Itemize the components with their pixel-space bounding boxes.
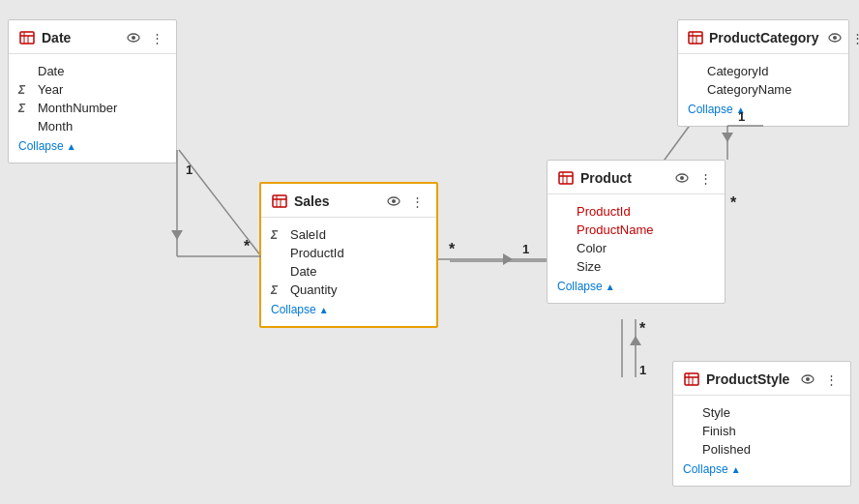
- date-more-icon[interactable]: ⋮: [147, 28, 166, 47]
- svg-marker-40: [503, 253, 513, 265]
- field-productname: ProductName: [557, 221, 715, 239]
- svg-point-9: [132, 36, 135, 40]
- sigma-icon: Σ: [18, 102, 32, 115]
- date-table-icon: [18, 29, 36, 46]
- category-collapse[interactable]: Collapse ▲: [688, 99, 839, 118]
- svg-text:*: *: [639, 320, 646, 337]
- sales-card-header: Sales ⋮: [261, 184, 436, 218]
- field-categoryid: CategoryId: [688, 62, 839, 80]
- product-table-icon: [557, 169, 575, 187]
- chevron-up-icon: ▲: [606, 282, 615, 292]
- style-title: ProductStyle: [706, 371, 792, 387]
- product-card-header: Product ⋮: [548, 161, 725, 194]
- svg-text:1: 1: [186, 163, 193, 177]
- svg-text:1: 1: [522, 242, 529, 256]
- field-polished: Polished: [683, 440, 841, 459]
- field-year: Σ Year: [18, 80, 166, 99]
- sales-more-icon[interactable]: ⋮: [407, 192, 427, 211]
- product-category-card: ProductCategory ⋮ CategoryId CategoryNam…: [677, 19, 849, 127]
- product-style-header: ProductStyle ⋮: [673, 362, 850, 396]
- svg-marker-45: [722, 133, 733, 142]
- product-category-header: ProductCategory ⋮: [678, 20, 848, 54]
- sales-table-icon: [271, 193, 288, 210]
- date-card-header: Date ⋮: [9, 20, 176, 54]
- field-categoryname: CategoryName: [688, 80, 839, 99]
- sales-card-body: Σ SaleId ProductId Date Σ Quantity Colla…: [261, 218, 436, 326]
- style-more-icon[interactable]: ⋮: [821, 370, 841, 389]
- chevron-up-icon: ▲: [67, 141, 76, 152]
- style-card-body: Style Finish Polished Collapse ▲: [673, 396, 850, 486]
- product-title: Product: [580, 170, 666, 186]
- date-collapse[interactable]: Collapse ▲: [18, 135, 166, 155]
- product-card-actions: ⋮: [672, 168, 715, 188]
- date-title: Date: [42, 30, 118, 45]
- field-month: Month: [18, 117, 166, 135]
- svg-text:*: *: [730, 194, 737, 211]
- field-monthnumber: Σ MonthNumber: [18, 99, 166, 117]
- style-collapse[interactable]: Collapse ▲: [683, 459, 841, 478]
- category-card-actions: ⋮: [825, 28, 859, 47]
- svg-line-0: [179, 150, 261, 256]
- sales-collapse[interactable]: Collapse ▲: [271, 299, 427, 318]
- svg-point-27: [833, 36, 837, 40]
- sigma-icon: Σ: [271, 228, 284, 242]
- sales-title: Sales: [294, 193, 378, 209]
- svg-point-15: [392, 199, 396, 203]
- sales-card: Sales ⋮ Σ SaleId ProductId Date Σ Quanti…: [259, 182, 438, 328]
- style-table-icon: [683, 371, 700, 388]
- field-style: Style: [683, 403, 841, 422]
- product-card: Product ⋮ ProductId ProductName Color Si…: [547, 160, 726, 304]
- product-eye-icon[interactable]: [672, 168, 692, 188]
- product-collapse[interactable]: Collapse ▲: [557, 276, 715, 295]
- chevron-up-icon: ▲: [736, 104, 746, 115]
- date-card-actions: ⋮: [124, 28, 166, 47]
- svg-rect-22: [689, 32, 702, 44]
- svg-text:1: 1: [639, 363, 646, 377]
- sigma-icon: Σ: [18, 83, 32, 97]
- field-date-sales: Date: [271, 262, 427, 281]
- svg-text:*: *: [244, 238, 251, 254]
- category-table-icon: [688, 29, 703, 46]
- category-eye-icon[interactable]: [825, 28, 844, 47]
- sigma-icon: Σ: [271, 283, 284, 297]
- sales-eye-icon[interactable]: [384, 192, 403, 211]
- svg-point-33: [806, 377, 810, 381]
- svg-rect-16: [559, 172, 573, 184]
- date-eye-icon[interactable]: [124, 28, 143, 47]
- svg-marker-36: [171, 230, 183, 240]
- svg-point-21: [680, 176, 684, 180]
- svg-rect-28: [685, 373, 698, 385]
- chevron-up-icon: ▲: [731, 464, 741, 475]
- field-color: Color: [557, 239, 715, 257]
- sales-card-actions: ⋮: [384, 192, 427, 211]
- style-card-actions: ⋮: [798, 370, 841, 389]
- field-date: Date: [18, 62, 166, 80]
- product-style-card: ProductStyle ⋮ Style Finish Polished Col…: [672, 361, 851, 487]
- category-title: ProductCategory: [709, 30, 819, 45]
- svg-marker-49: [630, 336, 641, 345]
- date-card: Date ⋮ Date Σ Year Σ MonthNumber Month C…: [8, 19, 177, 163]
- field-saleid: Σ SaleId: [271, 225, 427, 244]
- category-more-icon[interactable]: ⋮: [848, 28, 859, 47]
- field-finish: Finish: [683, 422, 841, 440]
- svg-rect-10: [273, 195, 286, 207]
- svg-text:*: *: [449, 241, 456, 257]
- chevron-up-icon: ▲: [319, 305, 329, 315]
- field-productid: ProductId: [271, 244, 427, 262]
- product-more-icon[interactable]: ⋮: [696, 168, 715, 188]
- product-card-body: ProductId ProductName Color Size Collaps…: [548, 194, 725, 303]
- field-productid-pk: ProductId: [557, 202, 715, 221]
- category-card-body: CategoryId CategoryName Collapse ▲: [678, 54, 848, 126]
- date-card-body: Date Σ Year Σ MonthNumber Month Collapse…: [9, 54, 176, 163]
- style-eye-icon[interactable]: [798, 370, 817, 389]
- field-quantity: Σ Quantity: [271, 281, 427, 299]
- field-size: Size: [557, 257, 715, 276]
- svg-rect-4: [20, 32, 34, 44]
